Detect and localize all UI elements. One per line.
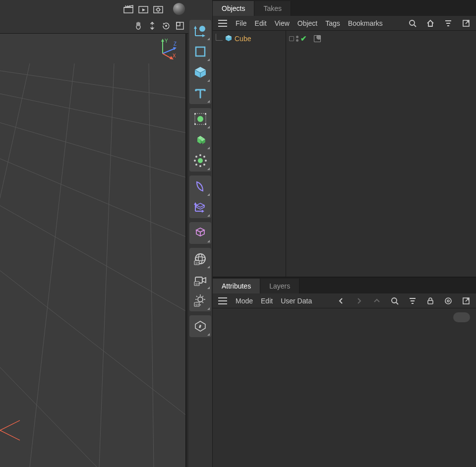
tool-palette: ST ST ST — [188, 18, 212, 467]
svg-rect-32 — [194, 113, 196, 115]
objects-panel: Objects Takes File Edit View Object Tags… — [212, 0, 476, 278]
svg-line-15 — [30, 63, 74, 467]
tab-layers[interactable]: Layers — [260, 279, 299, 293]
attr-menu-userdata[interactable]: User Data — [281, 297, 312, 305]
hamburger-icon[interactable] — [218, 296, 228, 306]
attr-menu-edit[interactable]: Edit — [261, 297, 273, 305]
objects-menu-row: File Edit View Object Tags Bookmarks — [213, 16, 476, 31]
svg-line-62 — [396, 302, 398, 304]
svg-point-43 — [195, 164, 197, 166]
home-icon[interactable] — [425, 18, 435, 28]
tree-item-label: Cube — [235, 35, 251, 43]
svg-point-41 — [195, 156, 197, 158]
cube-icon — [225, 35, 233, 43]
text-tool[interactable] — [190, 83, 210, 103]
tab-takes[interactable]: Takes — [254, 1, 291, 16]
popout-icon[interactable] — [461, 18, 471, 28]
plane-tool[interactable] — [190, 42, 210, 61]
attributes-tab-row: Attributes Layers — [213, 278, 476, 293]
svg-point-61 — [392, 298, 397, 303]
enable-check-icon[interactable]: ✔ — [300, 34, 307, 43]
clapper-icon[interactable] — [122, 2, 135, 15]
extrude-tool[interactable] — [190, 130, 210, 150]
visibility-dots-icon[interactable] — [296, 36, 298, 42]
svg-line-16 — [99, 63, 114, 467]
axis-gizmo[interactable]: Y Z X — [157, 38, 178, 59]
svg-point-65 — [447, 300, 449, 302]
camera-tool[interactable]: ST — [190, 270, 210, 290]
nav-forward-icon[interactable] — [354, 296, 364, 306]
tab-attributes[interactable]: Attributes — [213, 279, 260, 293]
search-icon[interactable] — [408, 18, 417, 28]
attribute-pill — [453, 312, 470, 322]
svg-rect-35 — [205, 123, 206, 125]
zoom-icon[interactable] — [147, 20, 158, 31]
svg-rect-6 — [177, 22, 180, 26]
attr-popout-icon[interactable] — [461, 296, 471, 306]
svg-marker-26 — [194, 26, 197, 29]
attributes-body — [213, 308, 476, 467]
attributes-panel: Attributes Layers Mode Edit User Data — [212, 278, 476, 467]
tab-objects[interactable]: Objects — [213, 1, 254, 16]
svg-point-55 — [198, 297, 203, 302]
cloner-tool[interactable] — [190, 151, 210, 171]
attr-menu-mode[interactable]: Mode — [236, 297, 253, 305]
svg-rect-63 — [428, 300, 433, 304]
svg-point-48 — [195, 257, 205, 261]
objects-menu-bookmarks[interactable]: Bookmarks — [348, 19, 383, 27]
target-icon[interactable] — [443, 296, 453, 306]
attr-filter-icon[interactable] — [408, 296, 417, 306]
nav-up-icon[interactable] — [372, 296, 382, 306]
frame-icon[interactable] — [175, 20, 185, 31]
play-clapper-icon[interactable] — [137, 2, 150, 15]
objects-menu-tags[interactable]: Tags — [325, 19, 340, 27]
nav-back-icon[interactable] — [336, 296, 346, 306]
objects-menu-edit[interactable]: Edit — [255, 19, 267, 27]
objects-menu-view[interactable]: View — [275, 19, 290, 27]
svg-marker-21 — [161, 39, 164, 42]
pan-icon[interactable] — [133, 20, 144, 31]
bend-tool[interactable] — [190, 176, 210, 196]
orbit-icon[interactable] — [161, 20, 172, 31]
svg-line-12 — [0, 232, 186, 415]
svg-point-28 — [199, 26, 205, 32]
subdivision-tool[interactable] — [190, 109, 210, 129]
svg-marker-46 — [202, 210, 204, 213]
phong-tag-icon[interactable] — [314, 35, 321, 42]
spline-sphere-tool[interactable] — [190, 21, 210, 41]
palette-group-misc — [189, 315, 211, 337]
palette-group-field — [189, 222, 211, 244]
note-tool[interactable] — [190, 316, 210, 336]
light-tool[interactable]: ST — [190, 291, 210, 310]
objects-menu-file[interactable]: File — [236, 19, 247, 27]
field-tool[interactable] — [190, 223, 210, 243]
palette-group-scene: ST ST ST — [189, 248, 211, 311]
layer-dot-icon[interactable] — [289, 36, 294, 41]
object-tree[interactable]: Cube ✔ — [213, 31, 476, 277]
gear-clapper-icon[interactable] — [152, 2, 165, 15]
ffd-tool[interactable] — [190, 197, 210, 217]
render-sphere-icon[interactable] — [173, 2, 185, 15]
cube-tool[interactable] — [190, 62, 210, 82]
lock-icon[interactable] — [425, 296, 435, 306]
svg-point-58 — [410, 20, 415, 25]
viewport-3d[interactable]: Y Z X — [0, 34, 186, 467]
filter-icon[interactable] — [443, 18, 453, 28]
hamburger-icon[interactable] — [218, 18, 228, 28]
tree-row-tags[interactable]: ✔ — [289, 33, 473, 45]
svg-point-37 — [199, 154, 201, 156]
objects-menu-object[interactable]: Object — [298, 19, 317, 27]
svg-point-64 — [445, 298, 451, 304]
svg-marker-45 — [194, 202, 197, 205]
svg-rect-33 — [205, 113, 206, 115]
palette-group-prim — [189, 20, 211, 104]
svg-line-17 — [149, 63, 154, 467]
attr-search-icon[interactable] — [390, 296, 400, 306]
stage-tool[interactable]: ST — [190, 249, 210, 269]
svg-point-36 — [198, 158, 203, 163]
tree-row-cube[interactable]: Cube — [214, 33, 285, 45]
svg-point-44 — [203, 164, 205, 166]
svg-point-3 — [157, 8, 160, 11]
svg-point-4 — [165, 25, 167, 27]
svg-marker-23 — [173, 47, 177, 50]
